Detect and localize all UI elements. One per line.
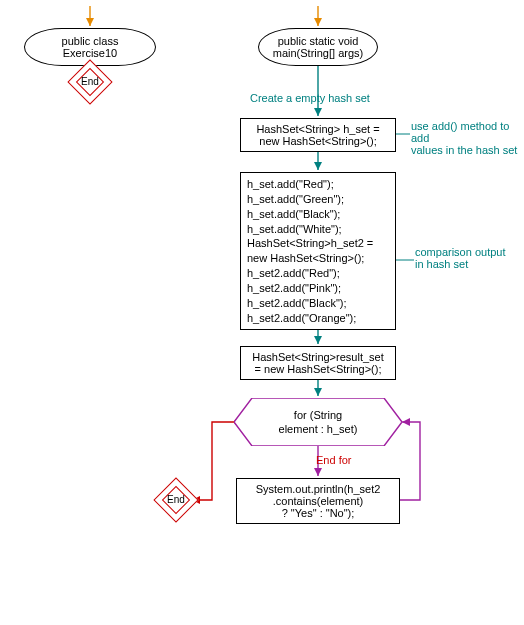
pr-l3: ? "Yes" : "No"); [282,507,355,519]
res-l2: = new HashSet<String>(); [255,363,382,375]
decl-l1: HashSet<String> h_set = [256,123,379,135]
main-l2: main(String[] args) [273,47,363,59]
class-label: public class Exercise10 [62,35,119,59]
print-node: System.out.println(h_set2 .contains(elem… [236,478,400,524]
main-l1: public static void [278,35,359,47]
main-node: public static void main(String[] args) [258,28,378,66]
anno-create-hashset: Create a empty hash set [250,92,370,104]
for-l1: for (String [294,409,342,421]
result-node: HashSet<String>result_set = new HashSet<… [240,346,396,380]
decl-l2: new HashSet<String>(); [259,135,376,147]
pr-l2: .contains(element) [273,495,364,507]
end1-label: End [74,76,106,87]
end-terminator-1: End [74,66,106,98]
pr-l1: System.out.println(h_set2 [256,483,381,495]
for-l2: element : h_set) [279,423,358,435]
decl-node: HashSet<String> h_set = new HashSet<Stri… [240,118,396,152]
res-l1: HashSet<String>result_set [252,351,383,363]
for-loop-node: for (String element : h_set) [234,398,402,446]
anno-add-method: use add() method to add values in the ha… [411,120,524,156]
end-for-label: End for [316,454,351,466]
adds-node: h_set.add("Red"); h_set.add("Green"); h_… [240,172,396,330]
end2-label: End [160,494,192,505]
anno-comparison: comparison output in hash set [415,246,506,270]
end-terminator-2: End [160,484,192,516]
